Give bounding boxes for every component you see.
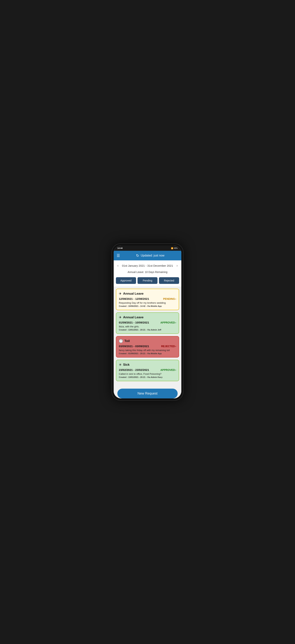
date-range: 01st January 2021 - 31st December 2021 (122, 264, 173, 267)
plane-icon: ✈ (119, 292, 122, 296)
card-dates-4: 23/02/2021 - 23/02/2021 (119, 368, 149, 372)
filter-rejected-button[interactable]: Rejected (159, 277, 179, 284)
phone-frame: 14:44 📶 49% ☰ ↻ Updated: just now ‹ 01st… (111, 243, 184, 401)
card-status-approved: APPROVED › (160, 321, 176, 324)
card-header-3: 🕐 Toil (119, 339, 176, 343)
card-dates-row: 12/08/2021 - 12/08/2021 PENDING › (119, 297, 176, 300)
card-description-2: Ibiza, with the girls. (119, 325, 176, 328)
card-status-pending: PENDING › (163, 298, 176, 300)
battery-text: 49% (174, 247, 178, 249)
gear-icon: ✳ (119, 363, 122, 367)
card-dates-row-4: 23/02/2021 - 23/02/2021 APPROVED › (119, 368, 176, 372)
next-date-arrow[interactable]: › (176, 263, 178, 268)
filter-pending-button[interactable]: Pending (138, 277, 158, 284)
header-center: ↻ Updated: just now (122, 253, 178, 258)
chevron-right-icon-2: › (175, 321, 176, 324)
chevron-right-icon-3: › (175, 345, 176, 348)
annual-leave-value: 10 Days Remaining (145, 270, 167, 274)
app-header: ☰ ↻ Updated: just now (114, 251, 181, 260)
new-request-section: New Request (114, 386, 181, 398)
phone-screen: 14:44 📶 49% ☰ ↻ Updated: just now ‹ 01st… (114, 246, 181, 398)
refresh-icon[interactable]: ↻ (136, 253, 139, 258)
chevron-right-icon: › (175, 298, 176, 300)
annual-leave-info: Annual Leave: 10 Days Remaining (114, 270, 181, 276)
status-time: 14:44 (117, 247, 123, 249)
card-type-2: Annual Leave (123, 316, 144, 319)
card-dates-3: 03/09/2021 - 03/09/2021 (119, 344, 149, 348)
date-separator: - (146, 264, 147, 267)
card-dates: 12/08/2021 - 12/08/2021 (119, 297, 149, 300)
status-icons: 📶 49% (171, 247, 178, 249)
plane-icon-2: ✈ (119, 315, 122, 320)
card-description: Requesting Day off for my brothers weddi… (119, 302, 176, 304)
card-description-4: Called in sick to office, Food Poisoning… (119, 372, 176, 375)
card-created-3: Created : 01/09/2021 - 20:21 - Via Mobil… (119, 352, 176, 354)
card-description-3: fancy taking this friday off with my rem… (119, 349, 176, 352)
card-type-3: Toil (124, 339, 130, 343)
filter-approved-button[interactable]: Approved (116, 277, 136, 284)
card-created: Created : 10/06/2021 - 14:42 - Via Mobil… (119, 305, 176, 307)
start-date: 01st January 2021 (122, 264, 145, 267)
status-bar: 14:44 📶 49% (114, 246, 181, 251)
card-dates-row-3: 03/09/2021 - 03/09/2021 REJECTED › (119, 344, 176, 348)
leave-card-approved-1[interactable]: ✈ Annual Leave 01/09/2021 - 10/09/2021 A… (116, 312, 179, 334)
card-header: ✈ Annual Leave (119, 292, 176, 296)
annual-leave-label: Annual Leave: (128, 270, 144, 274)
card-status-approved-2: APPROVED › (160, 368, 176, 372)
header-title: Updated: just now (141, 254, 164, 257)
hamburger-icon[interactable]: ☰ (117, 254, 120, 258)
card-created-2: Created : 13/01/2021 - 20:21 - Via Admin… (119, 329, 176, 331)
card-status-rejected: REJECTED › (161, 345, 176, 348)
card-header-4: ✳ Sick (119, 363, 176, 367)
end-date: 31st December 2021 (147, 264, 173, 267)
card-type: Annual Leave (123, 292, 144, 296)
leave-card-pending[interactable]: ✈ Annual Leave 12/08/2021 - 12/08/2021 P… (116, 289, 179, 310)
card-type-4: Sick (123, 363, 130, 366)
clock-icon: 🕐 (119, 339, 123, 343)
main-content: ‹ 01st January 2021 - 31st December 2021… (114, 260, 181, 398)
card-dates-row-2: 01/09/2021 - 10/09/2021 APPROVED › (119, 321, 176, 324)
card-header-2: ✈ Annual Leave (119, 315, 176, 320)
wifi-icon: 📶 (171, 247, 173, 249)
chevron-right-icon-4: › (175, 368, 176, 372)
new-request-button[interactable]: New Request (117, 388, 178, 398)
card-dates-2: 01/09/2021 - 10/09/2021 (119, 321, 149, 324)
leave-card-approved-2[interactable]: ✳ Sick 23/02/2021 - 23/02/2021 APPROVED … (116, 360, 179, 381)
prev-date-arrow[interactable]: ‹ (117, 263, 119, 268)
card-created-4: Created : 13/01/2021 - 20:21 - Via Admin… (119, 376, 176, 378)
leave-card-rejected[interactable]: 🕐 Toil 03/09/2021 - 03/09/2021 REJECTED … (116, 336, 179, 358)
cards-area: ✈ Annual Leave 12/08/2021 - 12/08/2021 P… (114, 286, 181, 386)
filter-buttons: Approved Pending Rejected (114, 276, 181, 286)
date-nav: ‹ 01st January 2021 - 31st December 2021… (114, 260, 181, 270)
